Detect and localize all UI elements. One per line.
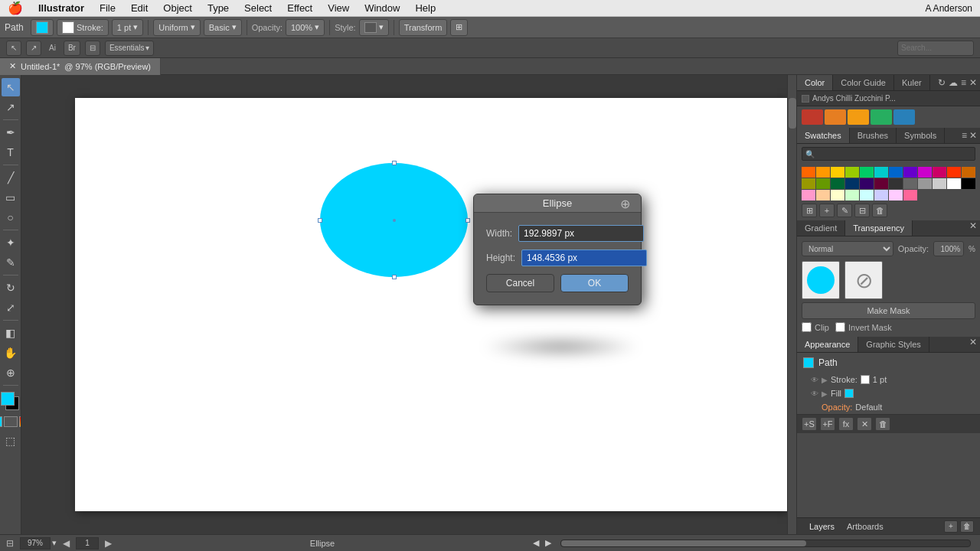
swatch-item[interactable] — [802, 190, 815, 201]
tab-transparency[interactable]: Transparency — [845, 220, 913, 236]
kuler-icon[interactable]: ☁ — [949, 77, 958, 88]
add-effect-btn[interactable]: fx — [838, 417, 854, 431]
swatch-item[interactable] — [889, 167, 903, 178]
swatch-item[interactable] — [962, 167, 975, 178]
swatch-item[interactable] — [874, 190, 888, 201]
swatch-item[interactable] — [831, 178, 844, 189]
profile-btn[interactable]: Uniform ▾ — [153, 19, 201, 36]
add-new-stroke-btn[interactable]: +S — [802, 417, 817, 431]
fill-mode-icon[interactable] — [0, 416, 2, 427]
line-tool[interactable]: ╱ — [2, 168, 20, 187]
tab-appearance[interactable]: Appearance — [797, 337, 858, 352]
swatch-item[interactable] — [947, 167, 961, 178]
panel-menu-icon[interactable]: ≡ — [961, 77, 966, 88]
next-page-btn[interactable]: ▶ — [105, 538, 112, 549]
swatches-search-input[interactable] — [802, 147, 975, 161]
tab-swatches[interactable]: Swatches — [797, 128, 850, 143]
canvas-area[interactable]: Ellipse ⊕ Width: Height: Cancel OK — [21, 75, 796, 534]
handle-right[interactable] — [466, 218, 470, 223]
menu-type[interactable]: Type — [200, 2, 237, 14]
tab-kuler[interactable]: Kuler — [894, 75, 930, 90]
tab-color[interactable]: Color — [797, 75, 833, 90]
clear-appearance-btn[interactable]: ✕ — [857, 417, 872, 431]
prev-page-btn[interactable]: ◀ — [63, 538, 70, 549]
new-color-group-btn[interactable]: ⊞ — [802, 204, 817, 217]
merge-swatches-btn[interactable]: ⊟ — [854, 204, 870, 217]
swatch-item[interactable] — [933, 167, 946, 178]
menu-file[interactable]: File — [92, 2, 123, 14]
menu-view[interactable]: View — [320, 2, 357, 14]
menu-select[interactable]: Select — [237, 2, 279, 14]
refresh-icon[interactable]: ↻ — [938, 77, 946, 88]
menu-effect[interactable]: Effect — [279, 2, 320, 14]
opacity-btn[interactable]: 100% ▾ — [286, 19, 325, 36]
stroke-mode-icon[interactable] — [4, 416, 18, 427]
rect-tool[interactable]: ▭ — [2, 188, 20, 207]
delete-layer-btn[interactable]: 🗑 — [960, 520, 974, 533]
swatch-item[interactable] — [947, 178, 961, 189]
link-icon[interactable]: ⊕ — [620, 196, 630, 210]
swatch-item[interactable] — [816, 178, 830, 189]
scroll-thumb[interactable] — [789, 98, 796, 129]
swatch-item[interactable] — [845, 178, 859, 189]
swatch-item[interactable] — [802, 178, 815, 189]
width-input[interactable] — [518, 225, 644, 242]
style-btn[interactable]: ▾ — [359, 19, 389, 36]
stroke-visibility-icon[interactable]: 👁 — [811, 376, 818, 384]
swatch-item[interactable] — [903, 178, 917, 189]
ok-button[interactable]: OK — [560, 274, 629, 292]
menu-help[interactable]: Help — [407, 2, 443, 14]
artboard-icon[interactable]: ⬚ — [2, 432, 20, 450]
fill-color-btn[interactable] — [31, 19, 54, 36]
swatch-item[interactable] — [918, 178, 932, 189]
cancel-button[interactable]: Cancel — [486, 274, 554, 292]
swatch-item[interactable] — [874, 167, 888, 178]
kuler-swatch-1[interactable] — [825, 109, 846, 125]
zoom-chevron[interactable]: ▾ — [52, 538, 57, 548]
scroll-left-btn[interactable]: ◀ — [533, 538, 539, 548]
scroll-right-btn[interactable]: ▶ — [545, 538, 551, 548]
search-input[interactable] — [897, 41, 974, 56]
menu-object[interactable]: Object — [155, 2, 200, 14]
make-mask-button[interactable]: Make Mask — [802, 302, 975, 319]
appearance-close-icon[interactable]: ✕ — [969, 337, 977, 347]
stroke-color-swatch[interactable] — [861, 375, 870, 384]
tab-layers[interactable]: Layers — [803, 520, 841, 533]
direct-select-btn[interactable]: ↗ — [26, 41, 41, 56]
swatch-item[interactable] — [860, 167, 874, 178]
ellipse-tool[interactable]: ○ — [2, 208, 20, 227]
brush-tool[interactable]: ✦ — [2, 233, 20, 252]
swatch-item[interactable] — [860, 178, 874, 189]
fill-expand-icon[interactable]: ▶ — [822, 390, 828, 398]
handle-bottom[interactable] — [392, 275, 397, 279]
height-input[interactable] — [521, 249, 647, 266]
page-input[interactable] — [76, 537, 99, 549]
ellipse-object[interactable] — [320, 163, 468, 277]
horizontal-scrollbar[interactable] — [560, 540, 971, 547]
swatch-item[interactable] — [918, 167, 932, 178]
tab-gradient[interactable]: Gradient — [797, 220, 845, 236]
zoom-input[interactable] — [20, 537, 51, 549]
swatch-item[interactable] — [860, 190, 874, 201]
artboard-options-btn[interactable]: ⊟ — [6, 538, 14, 549]
kuler-swatch-0[interactable] — [802, 109, 823, 125]
eyedropper-tool[interactable]: ✋ — [2, 344, 20, 362]
brush-btn[interactable]: Basic ▾ — [204, 19, 242, 36]
trans-close-icon[interactable]: ✕ — [969, 220, 977, 231]
rotate-tool[interactable]: ↻ — [2, 279, 20, 297]
menu-window[interactable]: Window — [357, 2, 407, 14]
menu-edit[interactable]: Edit — [123, 2, 155, 14]
new-layer-btn[interactable]: + — [944, 520, 958, 533]
swatch-item[interactable] — [831, 167, 844, 178]
stroke-weight-btn[interactable]: 1 pt ▾ — [112, 19, 143, 36]
tab-brushes[interactable]: Brushes — [850, 128, 897, 143]
opacity-input[interactable] — [933, 241, 964, 256]
zoom-tool[interactable]: ⊕ — [2, 364, 20, 382]
swatch-item[interactable] — [816, 190, 830, 201]
swatch-item[interactable] — [962, 178, 975, 189]
tab-symbols[interactable]: Symbols — [897, 128, 945, 143]
artboard-tool[interactable]: ⬚ — [2, 432, 20, 450]
type-tool[interactable]: T — [2, 143, 20, 161]
scale-tool[interactable]: ⤢ — [2, 298, 20, 317]
kuler-swatch-2[interactable] — [848, 109, 869, 125]
